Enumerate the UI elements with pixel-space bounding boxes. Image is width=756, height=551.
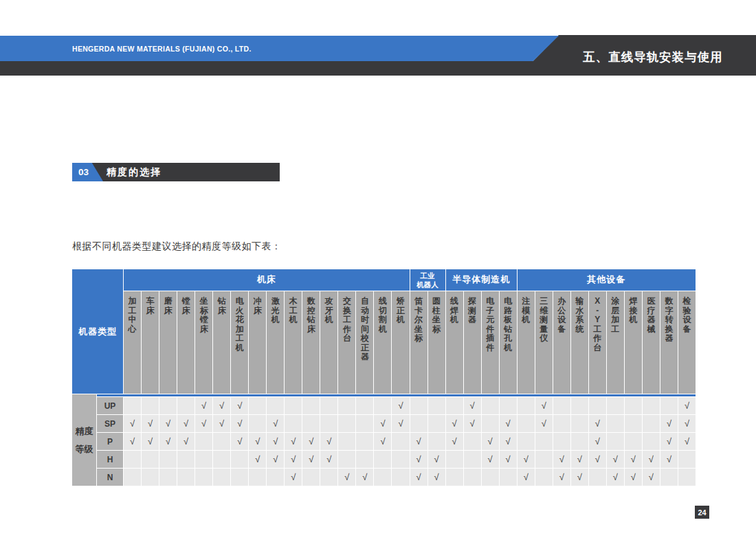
- check-mark: √: [380, 436, 385, 447]
- check-mark: √: [219, 418, 224, 429]
- check-mark: √: [416, 454, 421, 464]
- table-column-header: 钻床: [213, 291, 230, 394]
- table-row-label: SP: [97, 415, 123, 432]
- table-column-header: 矫正机: [392, 291, 409, 394]
- table-cell: √: [500, 433, 517, 450]
- table-cell: √: [571, 451, 588, 468]
- table-cell: √: [338, 469, 355, 486]
- table-cell: [678, 451, 696, 468]
- table-cell: √: [607, 451, 624, 468]
- table-cell: [518, 397, 535, 414]
- check-mark: √: [542, 418, 546, 429]
- check-mark: √: [148, 418, 153, 429]
- table-cell: [285, 397, 302, 414]
- company-name: HENGERDA NEW MATERIALS (FUJIAN) CO., LTD…: [72, 45, 252, 53]
- table-cell: [213, 451, 230, 468]
- table-cell: √: [249, 451, 266, 468]
- table-cell: [482, 397, 499, 414]
- table-cell: [482, 415, 499, 432]
- table-cell: [177, 397, 194, 414]
- table-cell: √: [285, 469, 302, 486]
- table-cell: √: [428, 469, 445, 486]
- table-cell: √: [678, 397, 696, 414]
- table-cell: [643, 397, 660, 414]
- check-mark: √: [470, 418, 475, 429]
- table-cell: [428, 397, 445, 414]
- table-row-label: P: [97, 433, 123, 450]
- table-cell: [338, 397, 355, 414]
- table-column-header: 冲床: [249, 291, 266, 394]
- check-mark: √: [273, 436, 278, 447]
- table-cell: √: [678, 415, 696, 432]
- check-mark: √: [595, 436, 600, 447]
- table-cell: [571, 415, 588, 432]
- table-cell: √: [625, 451, 642, 468]
- check-mark: √: [184, 418, 188, 429]
- check-mark: √: [470, 401, 475, 411]
- table-row-label: H: [97, 451, 123, 468]
- check-mark: √: [667, 418, 671, 429]
- check-mark: √: [416, 472, 421, 482]
- table-cell: √: [589, 433, 606, 450]
- table-cell: √: [356, 469, 373, 486]
- table-cell: [500, 397, 517, 414]
- table-column-header: 办公设备: [553, 291, 570, 394]
- check-mark: √: [219, 401, 224, 411]
- table-cell: [553, 433, 570, 450]
- table-cell: [660, 397, 678, 414]
- table-cell: √: [625, 469, 642, 486]
- section-number: 03: [78, 167, 89, 177]
- table-cell: √: [589, 451, 606, 468]
- check-mark: √: [434, 454, 438, 464]
- check-mark: √: [398, 418, 403, 429]
- table-cell: [356, 397, 373, 414]
- table-cell: [553, 397, 570, 414]
- table-cell: [464, 469, 481, 486]
- table-group-header: 其他设备: [518, 269, 696, 291]
- check-mark: √: [506, 436, 511, 447]
- table-group-header: 机床: [124, 269, 410, 291]
- table-cell: [356, 415, 373, 432]
- table-cell: √: [571, 469, 588, 486]
- table-cell: [374, 397, 391, 414]
- table-cell: √: [500, 451, 517, 468]
- table-cell: √: [267, 451, 284, 468]
- table-cell: √: [177, 415, 194, 432]
- header-blue-band: HENGERDA NEW MATERIALS (FUJIAN) CO., LTD…: [0, 36, 559, 61]
- table-cell: [535, 469, 553, 486]
- table-cell: [643, 433, 660, 450]
- table-cell: [410, 415, 427, 432]
- table-cell: √: [320, 451, 337, 468]
- table-cell: √: [267, 433, 284, 450]
- table-cell: [320, 415, 337, 432]
- table-cell: [374, 451, 391, 468]
- check-mark: √: [631, 472, 636, 482]
- check-mark: √: [542, 401, 546, 411]
- check-mark: √: [273, 454, 278, 464]
- check-mark: √: [291, 472, 296, 482]
- table-cell: √: [320, 433, 337, 450]
- table-cell: [124, 397, 141, 414]
- table-cell: √: [231, 415, 248, 432]
- check-mark: √: [595, 418, 600, 429]
- table-cell: [213, 433, 230, 450]
- table-column-header: 电子元件插件: [482, 291, 499, 394]
- table-cell: [535, 433, 553, 450]
- check-mark: √: [255, 436, 260, 447]
- table-cell: [589, 397, 606, 414]
- check-mark: √: [309, 454, 313, 464]
- table-cell: [231, 469, 248, 486]
- table-column-header: 线焊机: [446, 291, 463, 394]
- table-cell: [356, 451, 373, 468]
- check-mark: √: [362, 472, 367, 482]
- page-number: 24: [695, 506, 709, 519]
- table-cell: [446, 397, 463, 414]
- table-cell: [124, 469, 141, 486]
- table-column-header: 输水系统: [571, 291, 588, 394]
- table-corner-machine-type: 机器类型: [72, 269, 123, 394]
- table-column-header: 坐标镗床: [195, 291, 212, 394]
- table-cell: [607, 433, 624, 450]
- table-cell: [518, 415, 535, 432]
- table-cell: √: [660, 451, 678, 468]
- table-cell: √: [285, 451, 302, 468]
